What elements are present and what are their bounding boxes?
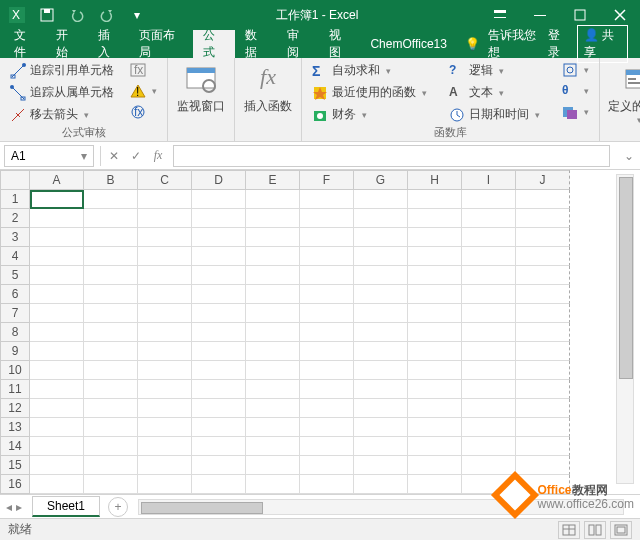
cell[interactable]	[84, 266, 138, 285]
trace-precedents-button[interactable]: 追踪引用单元格	[6, 60, 118, 81]
row-header[interactable]: 3	[0, 228, 30, 247]
view-page-layout-icon[interactable]	[584, 521, 606, 539]
cell[interactable]	[192, 342, 246, 361]
cell[interactable]	[354, 380, 408, 399]
cell[interactable]	[300, 266, 354, 285]
cell[interactable]	[30, 399, 84, 418]
row-header[interactable]: 5	[0, 266, 30, 285]
tab-review[interactable]: 审阅	[277, 30, 319, 58]
cell[interactable]	[516, 361, 570, 380]
fx-icon[interactable]: fx	[147, 145, 169, 167]
cell[interactable]	[300, 456, 354, 475]
cell[interactable]	[138, 228, 192, 247]
defined-names-button[interactable]: 定义的名称▾	[606, 60, 640, 129]
cell[interactable]	[462, 323, 516, 342]
cell[interactable]	[300, 285, 354, 304]
cell[interactable]	[138, 247, 192, 266]
remove-arrows-button[interactable]: 移去箭头▾	[6, 104, 118, 125]
save-icon[interactable]	[36, 4, 58, 26]
redo-icon[interactable]	[96, 4, 118, 26]
cell[interactable]	[30, 285, 84, 304]
column-header[interactable]: J	[516, 170, 570, 190]
cell[interactable]	[354, 285, 408, 304]
row-header[interactable]: 14	[0, 437, 30, 456]
tab-view[interactable]: 视图	[319, 30, 361, 58]
cell[interactable]	[462, 228, 516, 247]
cell[interactable]	[138, 418, 192, 437]
cell[interactable]	[516, 399, 570, 418]
cell[interactable]	[30, 437, 84, 456]
cell[interactable]	[192, 323, 246, 342]
column-header[interactable]: C	[138, 170, 192, 190]
cell[interactable]	[30, 209, 84, 228]
cell[interactable]	[408, 418, 462, 437]
column-header[interactable]: G	[354, 170, 408, 190]
cell[interactable]	[462, 285, 516, 304]
cell[interactable]	[138, 190, 192, 209]
cell[interactable]	[84, 437, 138, 456]
cell[interactable]	[138, 209, 192, 228]
cell[interactable]	[192, 475, 246, 494]
show-formulas-button[interactable]: fx	[126, 60, 161, 80]
cell[interactable]	[246, 475, 300, 494]
undo-icon[interactable]	[66, 4, 88, 26]
cell[interactable]	[516, 247, 570, 266]
cell[interactable]	[84, 190, 138, 209]
row-header[interactable]: 16	[0, 475, 30, 494]
column-header[interactable]: F	[300, 170, 354, 190]
cell[interactable]	[30, 228, 84, 247]
cell[interactable]	[516, 437, 570, 456]
cell[interactable]	[516, 456, 570, 475]
cell[interactable]	[516, 209, 570, 228]
excel-app-icon[interactable]: X	[6, 4, 28, 26]
formula-input[interactable]	[173, 145, 610, 167]
row-header[interactable]: 1	[0, 190, 30, 209]
cell[interactable]	[192, 437, 246, 456]
cell[interactable]	[408, 190, 462, 209]
row-header[interactable]: 4	[0, 247, 30, 266]
cell[interactable]	[408, 228, 462, 247]
cell[interactable]	[192, 304, 246, 323]
cell[interactable]	[138, 266, 192, 285]
cell[interactable]	[354, 209, 408, 228]
cell[interactable]	[246, 380, 300, 399]
cell[interactable]	[30, 323, 84, 342]
minimize-button[interactable]	[520, 0, 560, 30]
cell[interactable]	[462, 418, 516, 437]
cell[interactable]	[516, 418, 570, 437]
error-checking-button[interactable]: !▾	[126, 81, 161, 101]
cell[interactable]	[462, 399, 516, 418]
cell[interactable]	[246, 228, 300, 247]
cell[interactable]	[354, 437, 408, 456]
cell[interactable]	[30, 361, 84, 380]
cell[interactable]	[300, 228, 354, 247]
cell[interactable]	[30, 475, 84, 494]
column-header[interactable]: E	[246, 170, 300, 190]
cell[interactable]	[408, 285, 462, 304]
select-all-corner[interactable]	[0, 170, 30, 190]
cell[interactable]	[354, 475, 408, 494]
insert-function-button[interactable]: fx插入函数	[241, 60, 295, 119]
row-header[interactable]: 7	[0, 304, 30, 323]
row-header[interactable]: 10	[0, 361, 30, 380]
cell[interactable]	[354, 323, 408, 342]
cell[interactable]	[516, 285, 570, 304]
cell[interactable]	[30, 342, 84, 361]
cell[interactable]	[516, 380, 570, 399]
cell[interactable]	[408, 247, 462, 266]
qat-customize-icon[interactable]: ▾	[126, 4, 148, 26]
cell[interactable]	[246, 285, 300, 304]
cell[interactable]	[408, 323, 462, 342]
add-sheet-button[interactable]: +	[108, 497, 128, 517]
cell[interactable]	[354, 418, 408, 437]
column-header[interactable]: A	[30, 170, 84, 190]
tell-me-label[interactable]: 告诉我您想	[488, 27, 540, 61]
ribbon-options-icon[interactable]	[480, 0, 520, 30]
logical-button[interactable]: ?逻辑▾	[445, 60, 544, 81]
cell[interactable]	[300, 342, 354, 361]
cell[interactable]	[354, 456, 408, 475]
cell[interactable]	[354, 399, 408, 418]
cell[interactable]	[516, 304, 570, 323]
evaluate-formula-button[interactable]: fx	[126, 102, 161, 122]
cell[interactable]	[408, 380, 462, 399]
